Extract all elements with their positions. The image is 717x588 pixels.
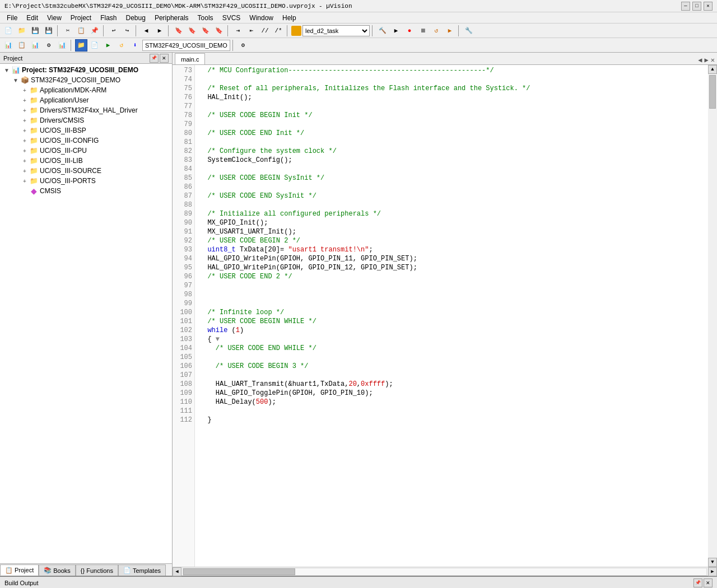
tb-comment[interactable]: //: [259, 25, 271, 37]
tb-undo[interactable]: ↩: [108, 25, 120, 37]
menu-peripherals[interactable]: Peripherals: [150, 13, 193, 23]
expand-icon[interactable]: +: [20, 168, 29, 174]
tb-bookmark3[interactable]: 🔖: [199, 25, 212, 37]
tb-bookmark4[interactable]: 🔖: [213, 25, 225, 37]
minimize-button[interactable]: ─: [681, 2, 690, 11]
expand-icon[interactable]: +: [20, 87, 29, 94]
tree-item-cmsis[interactable]: ◆ CMSIS: [0, 186, 172, 196]
tree-item-app-user[interactable]: + 📁 Application/User: [0, 95, 172, 105]
tb-nav-back[interactable]: ◀: [140, 25, 152, 37]
tree-item-drivers-hal[interactable]: + 📁 Drivers/STM32F4xx_HAL_Driver: [0, 105, 172, 115]
tb-nav-fwd[interactable]: ▶: [153, 25, 166, 37]
scroll-down-arrow[interactable]: ▼: [708, 558, 717, 567]
hscroll-right[interactable]: ▶: [708, 567, 717, 576]
tab-close[interactable]: ✕: [711, 56, 715, 64]
tree-item-target[interactable]: ▼ 📦 STM32F429_UCOSIII_DEMO: [0, 75, 172, 85]
scroll-up-arrow[interactable]: ▲: [708, 65, 717, 74]
tb2-rebuild[interactable]: ↺: [115, 39, 128, 52]
tree-item-uc-lib[interactable]: + 📁 UC/OS_III-LIB: [0, 156, 172, 166]
tb2-project[interactable]: 📁: [75, 39, 87, 52]
menu-window[interactable]: Window: [245, 13, 278, 23]
menu-edit[interactable]: Edit: [22, 13, 43, 23]
tb-open[interactable]: 📁: [16, 25, 28, 37]
tree-item-uc-cpu[interactable]: + 📁 UC/OS_III-CPU: [0, 146, 172, 156]
tb2-btn5[interactable]: 📊: [56, 39, 68, 52]
tb2-settings[interactable]: ⚙: [237, 39, 249, 52]
maximize-button[interactable]: □: [692, 2, 701, 11]
target-select[interactable]: led_d2_task: [302, 25, 370, 36]
tb-cut[interactable]: ✂: [62, 25, 74, 37]
menu-help[interactable]: Help: [278, 13, 301, 23]
tab-scroll-left[interactable]: ◀: [698, 56, 702, 64]
tab-scroll-right[interactable]: ▶: [705, 56, 709, 64]
tree-item-app-mdk[interactable]: + 📁 Application/MDK-ARM: [0, 85, 172, 95]
project-pin-btn[interactable]: 📌: [150, 54, 159, 63]
tab-templates[interactable]: 📄 Templates: [118, 564, 166, 576]
tree-item-drivers-cmsis[interactable]: + 📁 Drivers/CMSIS: [0, 115, 172, 125]
expand-icon[interactable]: +: [20, 108, 29, 114]
close-button[interactable]: ✕: [704, 2, 713, 11]
tb2-btn7[interactable]: 📄: [89, 39, 101, 52]
tree-item-uc-source[interactable]: + 📁 UC/OS_III-SOURCE: [0, 166, 172, 176]
menu-flash[interactable]: Flash: [96, 13, 121, 23]
tb2-btn2[interactable]: 📋: [16, 39, 28, 52]
tb-reset[interactable]: ↺: [430, 25, 443, 37]
tb-save[interactable]: 💾: [29, 25, 41, 37]
tb-uncomment[interactable]: /*: [272, 25, 285, 37]
menu-debug[interactable]: Debug: [122, 13, 150, 23]
tree-item-uc-config[interactable]: + 📁 UC/OS_III-CONFIG: [0, 136, 172, 146]
tb2-build-target[interactable]: ▶: [102, 39, 114, 52]
expand-icon[interactable]: +: [20, 97, 29, 104]
vertical-scrollbar[interactable]: ▲ ▼: [708, 65, 717, 567]
expand-icon[interactable]: +: [20, 128, 29, 134]
expand-icon[interactable]: +: [20, 138, 29, 144]
tb-build[interactable]: 🔨: [376, 25, 389, 37]
tb-paste[interactable]: 📌: [89, 25, 101, 37]
menu-file[interactable]: File: [2, 13, 22, 23]
menu-project[interactable]: Project: [66, 13, 96, 23]
build-pin-btn[interactable]: 📌: [693, 578, 702, 587]
tb-bookmark2[interactable]: 🔖: [186, 25, 198, 37]
tb-new[interactable]: 📄: [2, 25, 15, 37]
tb-copy[interactable]: 📋: [75, 25, 87, 37]
tb2-btn1[interactable]: 📊: [2, 39, 15, 52]
tb2-btn3[interactable]: 📊: [29, 39, 41, 52]
scroll-thumb[interactable]: [709, 75, 716, 109]
tb-bookmark[interactable]: 🔖: [173, 25, 185, 37]
project-close-btn[interactable]: ✕: [160, 54, 169, 63]
tb-stop[interactable]: ⏹: [417, 25, 429, 37]
expand-icon[interactable]: +: [20, 148, 29, 154]
code-content[interactable]: /* MCU Configuration--------------------…: [195, 65, 717, 567]
tb-run[interactable]: ▶: [390, 25, 402, 37]
tb-magic[interactable]: 🔧: [463, 25, 475, 37]
tb-unindent[interactable]: ⇤: [245, 25, 258, 37]
tb-saveall[interactable]: 💾: [43, 25, 55, 37]
code-editor[interactable]: 7374757677 7879808182 8384858687 8889909…: [173, 65, 717, 567]
tb2-download[interactable]: ⬇: [129, 39, 141, 52]
tb-indent[interactable]: ⇥: [232, 25, 244, 37]
build-close-btn[interactable]: ✕: [704, 578, 713, 587]
hscroll-thumb[interactable]: [183, 568, 295, 575]
tree-item-project-root[interactable]: ▼ 📊 Project: STM32F429_UCOSIII_DEMO: [0, 65, 172, 75]
tree-item-uc-bsp[interactable]: + 📁 UC/OS_III-BSP: [0, 125, 172, 136]
hscroll-track[interactable]: [183, 568, 707, 576]
tab-books[interactable]: 📚 Books: [39, 564, 76, 576]
menu-tools[interactable]: Tools: [193, 13, 218, 23]
tb-redo[interactable]: ↪: [121, 25, 133, 37]
expand-icon[interactable]: ▼: [11, 77, 20, 83]
hscroll-left[interactable]: ◀: [173, 567, 181, 576]
tb-debugrun[interactable]: ▶: [444, 25, 456, 37]
tab-project[interactable]: 📋 Project: [0, 564, 39, 576]
tb-stop-record[interactable]: ●: [403, 25, 416, 37]
expand-icon[interactable]: +: [20, 178, 29, 184]
menu-svcs[interactable]: SVCS: [218, 13, 245, 23]
editor-tab-main[interactable]: main.c: [175, 53, 205, 64]
tree-item-uc-ports[interactable]: + 📁 UC/OS_III-PORTS: [0, 176, 172, 186]
expand-icon[interactable]: ▼: [2, 67, 11, 73]
horizontal-scrollbar[interactable]: ◀ ▶: [173, 567, 717, 576]
tb2-btn4[interactable]: ⚙: [43, 39, 55, 52]
tb-target-options[interactable]: [291, 26, 301, 36]
tab-functions[interactable]: {} Functions: [76, 564, 118, 576]
expand-icon[interactable]: +: [20, 158, 29, 164]
menu-view[interactable]: View: [43, 13, 66, 23]
